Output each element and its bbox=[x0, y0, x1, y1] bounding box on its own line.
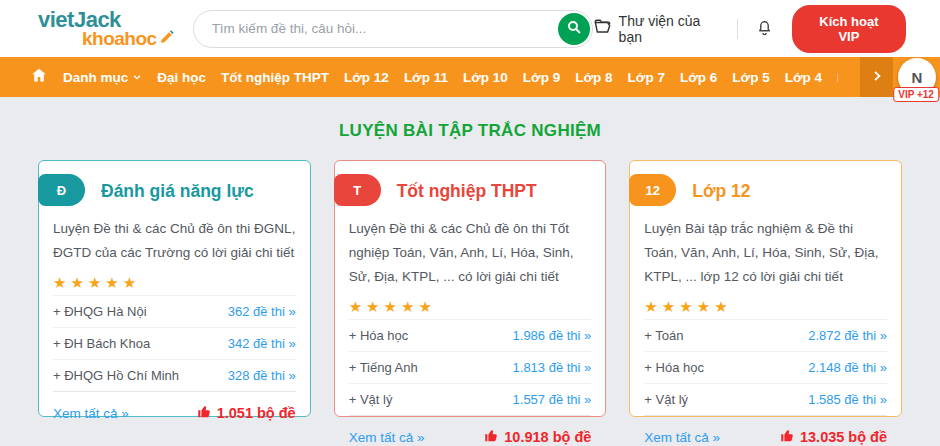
activate-vip-button[interactable]: Kích hoạt VIP bbox=[792, 5, 906, 53]
nav-item-lop-11[interactable]: Lớp 11 bbox=[404, 70, 448, 85]
exam-count-link[interactable]: 1.557 đề thi » bbox=[513, 392, 592, 407]
view-all-link[interactable]: Xem tất cả » bbox=[349, 430, 425, 445]
folder-icon bbox=[593, 17, 612, 40]
thumbs-up-icon bbox=[484, 428, 499, 446]
nav-item-danh-muc[interactable]: Danh mục bbox=[63, 70, 142, 85]
card-description: Luyện Bài tập trắc nghiệm & Đề thi Toán,… bbox=[644, 217, 887, 289]
subject-label: + ĐH Bách Khoa bbox=[53, 336, 150, 351]
subject-label: + Toán bbox=[644, 328, 683, 343]
card-badge: T bbox=[334, 174, 381, 206]
subject-label: + Tiếng Anh bbox=[349, 360, 418, 375]
view-all-link[interactable]: Xem tất cả » bbox=[644, 430, 720, 445]
card-badge: 12 bbox=[629, 174, 676, 206]
exam-count-link[interactable]: 2.872 đề thi » bbox=[808, 328, 887, 343]
exam-count-link[interactable]: 1.986 đề thi » bbox=[513, 328, 592, 343]
nav-item-lop-6[interactable]: Lớp 6 bbox=[680, 70, 717, 85]
card-danh-gia-nang-luc: Đ Đánh giá năng lực Luyện Đề thi & các C… bbox=[38, 160, 311, 417]
total-sets: 1.051 bộ đề bbox=[197, 404, 296, 422]
subject-label: + Vật lý bbox=[644, 392, 688, 407]
list-item[interactable]: + Vật lý 1.557 đề thi » bbox=[349, 383, 592, 415]
list-item[interactable]: + Hóa học 1.986 đề thi » bbox=[349, 319, 592, 351]
nav-item-lop-10[interactable]: Lớp 10 bbox=[463, 70, 508, 85]
search-bar bbox=[193, 10, 593, 48]
nav-item-lop-3-truncated[interactable]: Lớp bbox=[837, 70, 838, 85]
subject-label: + Vật lý bbox=[349, 392, 393, 407]
view-all-link[interactable]: Xem tất cả » bbox=[53, 406, 129, 421]
card-footer: Xem tất cả » 13.035 bộ đề bbox=[644, 415, 887, 446]
pencil-icon bbox=[159, 29, 175, 48]
category-cards: Đ Đánh giá năng lực Luyện Đề thi & các C… bbox=[38, 160, 902, 417]
list-item[interactable]: + ĐHQG Hà Nội 362 đề thi » bbox=[53, 295, 296, 327]
card-description: Luyện Đề thi & các Chủ đề ôn thi ĐGNL, Đ… bbox=[53, 217, 296, 265]
exam-count-link[interactable]: 362 đề thi » bbox=[228, 304, 296, 319]
total-sets: 13.035 bộ đề bbox=[780, 428, 887, 446]
card-description: Luyện Đề thi & các Chủ đề ôn thi Tốt ngh… bbox=[349, 217, 592, 289]
header: vietJack khoahoc Thư viện của bạn bbox=[0, 0, 940, 57]
card-title-link[interactable]: Đánh giá năng lực bbox=[101, 176, 296, 206]
card-footer: Xem tất cả » 1.051 bộ đề bbox=[53, 391, 296, 436]
subject-label: + ĐHQG Hồ Chí Minh bbox=[53, 368, 179, 383]
card-tot-nghiep-thpt: T Tốt nghiệp THPT Luyện Đề thi & các Chủ… bbox=[334, 160, 607, 417]
nav-item-lop-9[interactable]: Lớp 9 bbox=[523, 70, 560, 85]
card-badge: Đ bbox=[38, 174, 85, 206]
list-item[interactable]: + ĐHQG Hồ Chí Minh 328 đề thi » bbox=[53, 359, 296, 391]
home-icon bbox=[30, 66, 48, 88]
card-footer: Xem tất cả » 10.918 bộ đề bbox=[349, 415, 592, 446]
subject-label: + Hóa học bbox=[349, 328, 409, 343]
list-item[interactable]: + ĐH Bách Khoa 342 đề thi » bbox=[53, 327, 296, 359]
subject-label: + ĐHQG Hà Nội bbox=[53, 304, 147, 319]
notifications-button[interactable] bbox=[753, 16, 776, 42]
total-sets-value: 10.918 bộ đề bbox=[504, 429, 591, 445]
nav-item-dai-hoc[interactable]: Đại học bbox=[157, 70, 206, 85]
exam-count-link[interactable]: 1.813 đề thi » bbox=[513, 360, 592, 375]
rating-stars-icon: ★★★★★ bbox=[349, 298, 592, 316]
nav-item-lop-4[interactable]: Lớp 4 bbox=[785, 70, 822, 85]
chevron-down-icon bbox=[132, 70, 142, 85]
list-item[interactable]: + Toán 2.872 đề thi » bbox=[644, 319, 887, 351]
exam-count-link[interactable]: 342 đề thi » bbox=[228, 336, 296, 351]
account-menu[interactable]: N VIP +12 bbox=[898, 58, 936, 96]
exam-count-link[interactable]: 1.585 đề thi » bbox=[808, 392, 887, 407]
list-item[interactable]: + Vật lý 1.585 đề thi » bbox=[644, 383, 887, 415]
exam-count-link[interactable]: 2.148 đề thi » bbox=[808, 360, 887, 375]
logo-text-khoahoc: khoahoc bbox=[82, 29, 157, 48]
card-title-link[interactable]: Tốt nghiệp THPT bbox=[397, 176, 592, 206]
list-item[interactable]: + Hóa học 2.148 đề thi » bbox=[644, 351, 887, 383]
rating-stars-icon: ★★★★★ bbox=[644, 298, 887, 316]
list-item[interactable]: + Tiếng Anh 1.813 đề thi » bbox=[349, 351, 592, 383]
card-title-link[interactable]: Lớp 12 bbox=[692, 176, 887, 206]
total-sets-value: 13.035 bộ đề bbox=[800, 429, 887, 445]
nav-item-lop-5[interactable]: Lớp 5 bbox=[732, 70, 769, 85]
search-input[interactable] bbox=[193, 10, 593, 48]
header-divider bbox=[737, 19, 738, 39]
library-link[interactable]: Thư viện của bạn bbox=[593, 13, 722, 45]
chevron-right-icon bbox=[871, 70, 883, 85]
thumbs-up-icon bbox=[197, 404, 212, 422]
library-label: Thư viện của bạn bbox=[619, 13, 722, 45]
nav-links: Danh mục Đại học Tốt nghiệp THPT Lớp 12 … bbox=[0, 57, 838, 97]
search-icon bbox=[566, 19, 582, 38]
rating-stars-icon: ★★★★★ bbox=[53, 274, 296, 292]
subject-label: + Hóa học bbox=[644, 360, 704, 375]
total-sets: 10.918 bộ đề bbox=[484, 428, 591, 446]
nav-item-tot-nghiep-thpt[interactable]: Tốt nghiệp THPT bbox=[221, 70, 329, 85]
home-button[interactable] bbox=[30, 66, 48, 88]
main-nav: Danh mục Đại học Tốt nghiệp THPT Lớp 12 … bbox=[0, 57, 940, 97]
bell-icon bbox=[755, 18, 774, 40]
main-content: LUYỆN BÀI TẬP TRẮC NGHIỆM Đ Đánh giá năn… bbox=[0, 97, 940, 417]
section-title: LUYỆN BÀI TẬP TRẮC NGHIỆM bbox=[38, 121, 902, 141]
nav-scroll-next-button[interactable] bbox=[860, 57, 893, 97]
total-sets-value: 1.051 bộ đề bbox=[217, 405, 296, 421]
site-logo[interactable]: vietJack khoahoc bbox=[38, 9, 175, 48]
thumbs-up-icon bbox=[780, 428, 795, 446]
nav-item-lop-12[interactable]: Lớp 12 bbox=[344, 70, 389, 85]
vip-status-badge: VIP +12 bbox=[893, 87, 939, 102]
search-button[interactable] bbox=[558, 13, 590, 45]
nav-item-lop-8[interactable]: Lớp 8 bbox=[575, 70, 612, 85]
nav-item-lop-7[interactable]: Lớp 7 bbox=[628, 70, 665, 85]
card-lop-12: 12 Lớp 12 Luyện Bài tập trắc nghiệm & Đề… bbox=[629, 160, 902, 417]
exam-count-link[interactable]: 328 đề thi » bbox=[228, 368, 296, 383]
